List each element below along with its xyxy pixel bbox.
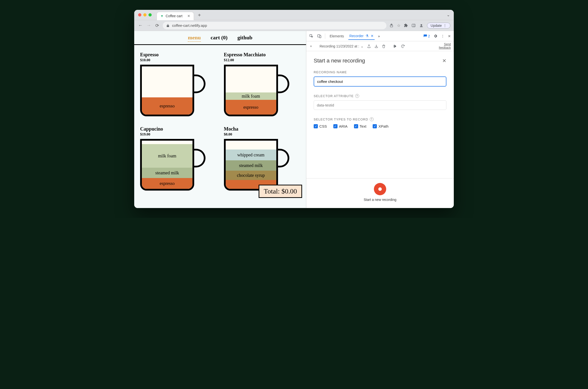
recording-name-label: RECORDING NAME	[314, 70, 446, 74]
url-text: coffee-cart.netlify.app	[172, 23, 207, 28]
total-box[interactable]: Total: $0.00	[259, 185, 302, 198]
product-name: Espresso	[140, 52, 217, 58]
selector-attribute-label: SELECTOR ATTRIBUTE ?	[314, 94, 446, 98]
start-recording-button[interactable]	[374, 183, 386, 195]
selector-attribute-input[interactable]	[314, 100, 446, 110]
send-feedback-link[interactable]: Send feedback	[439, 43, 451, 49]
issues-badge[interactable]: 2	[423, 34, 430, 38]
help-icon[interactable]: ?	[355, 94, 359, 98]
lock-icon	[166, 24, 170, 27]
tab-elements[interactable]: Elements	[329, 33, 345, 40]
kebab-icon: ⋮	[443, 24, 447, 28]
sidepanel-icon[interactable]	[411, 23, 416, 28]
panel-title: Start a new recording	[314, 58, 365, 64]
tabs-overflow-icon[interactable]: ⌄	[447, 13, 450, 17]
browser-tab[interactable]: ▼ Coffee cart ✕	[156, 12, 194, 20]
svg-rect-1	[412, 24, 415, 27]
cup-graphic: espresso	[140, 65, 204, 119]
recording-name-input[interactable]	[314, 76, 446, 87]
close-devtools-icon[interactable]: ✕	[448, 34, 451, 38]
tab-title: Coffee cart	[166, 14, 182, 18]
chevron-down-icon: ⌄	[361, 44, 364, 48]
product-price: $8.00	[224, 132, 300, 136]
cup-graphic: milk foam steamed milk espresso	[140, 139, 204, 193]
more-tabs-icon[interactable]: »	[378, 34, 380, 38]
layer-steamed-milk: steamed milk	[226, 160, 276, 171]
svg-point-4	[421, 24, 422, 26]
layer-steamed-milk: steamed milk	[142, 168, 192, 178]
profile-icon[interactable]	[419, 23, 424, 28]
product-name: Cappucino	[140, 126, 217, 132]
devtools-tabbar: Elements Recorder ⚗ ✕ » 2 ⋮ ✕	[306, 31, 454, 41]
titlebar: ▼ Coffee cart ✕ ＋ ⌄	[134, 10, 454, 20]
selector-types-label: SELECTOR TYPES TO RECORD ?	[314, 117, 446, 121]
browser-window: ▼ Coffee cart ✕ ＋ ⌄ ← → ⟳ coffee-cart.ne…	[134, 10, 454, 208]
close-tab-icon[interactable]: ✕	[187, 14, 190, 18]
start-recording-label: Start a new recording	[364, 198, 396, 202]
layer-chocolate: chocolate syrup	[226, 171, 276, 180]
layer-espresso: espresso	[142, 97, 192, 115]
bookmark-icon[interactable]: ☆	[397, 23, 401, 28]
minimize-window-button[interactable]	[143, 13, 147, 16]
layer-foam: milk foam	[226, 93, 276, 100]
webpage: menu cart (0) github Espresso $10.00 esp…	[134, 31, 306, 208]
nav-menu[interactable]: menu	[188, 34, 201, 42]
product-cappucino[interactable]: Cappucino $19.00 milk foam steamed milk …	[140, 126, 217, 193]
replay-speed-icon[interactable]	[401, 44, 405, 48]
checkbox-aria[interactable]: ✓ARIA	[333, 124, 348, 128]
checkbox-css[interactable]: ✓CSS	[314, 124, 327, 128]
layer-espresso: espresso	[142, 178, 192, 189]
new-tab-button[interactable]: ＋	[197, 12, 202, 18]
close-window-button[interactable]	[138, 13, 141, 16]
delete-icon[interactable]	[382, 44, 386, 48]
toolbar-right: ☆ Update ⋮	[389, 23, 450, 29]
checkbox-text[interactable]: ✓Text	[354, 124, 367, 128]
product-espresso[interactable]: Espresso $10.00 espresso	[140, 52, 217, 119]
tab-recorder[interactable]: Recorder ⚗ ✕	[348, 32, 374, 40]
layer-espresso: espresso	[226, 100, 276, 115]
update-button[interactable]: Update ⋮	[427, 23, 450, 29]
new-recording-panel: Start a new recording ✕ RECORDING NAME S…	[306, 51, 454, 178]
vue-favicon-icon: ▼	[160, 14, 164, 18]
recording-select[interactable]: Recording 11/23/2022 at : ⌄	[320, 44, 364, 48]
recorder-toolbar: ＋ Recording 11/23/2022 at : ⌄	[306, 41, 454, 51]
help-icon[interactable]: ?	[370, 117, 374, 121]
product-name: Mocha	[224, 126, 300, 132]
inspect-icon[interactable]	[309, 34, 314, 38]
layer-whipped-cream: whipped cream	[226, 150, 276, 160]
back-button[interactable]: ←	[138, 23, 143, 28]
kebab-icon[interactable]: ⋮	[441, 34, 444, 38]
product-mocha[interactable]: Mocha $8.00 whipped cream steamed milk c…	[224, 126, 300, 193]
forward-button[interactable]: →	[146, 23, 152, 28]
svg-rect-7	[320, 35, 321, 38]
product-macchiato[interactable]: Espresso Macchiato $12.00 milk foam espr…	[224, 52, 300, 119]
export-icon[interactable]	[367, 44, 371, 48]
product-grid: Espresso $10.00 espresso Espresso Macchi…	[134, 45, 306, 200]
toolbar: ← → ⟳ coffee-cart.netlify.app ☆ Upd	[134, 20, 454, 31]
layer-foam: milk foam	[142, 144, 192, 168]
share-icon[interactable]	[389, 23, 394, 28]
new-recording-button[interactable]: ＋	[309, 44, 313, 48]
gear-icon[interactable]	[433, 34, 437, 38]
import-icon[interactable]	[374, 44, 378, 48]
flask-icon: ⚗	[366, 34, 369, 38]
extensions-icon[interactable]	[404, 23, 408, 28]
checkbox-xpath[interactable]: ✓XPath	[373, 124, 388, 128]
window-controls	[138, 13, 152, 16]
content-area: menu cart (0) github Espresso $10.00 esp…	[134, 31, 454, 208]
product-price: $10.00	[140, 58, 217, 62]
replay-icon[interactable]	[393, 44, 397, 48]
close-panel-icon[interactable]: ✕	[442, 58, 446, 64]
close-icon[interactable]: ✕	[371, 34, 374, 38]
nav-cart[interactable]: cart (0)	[211, 34, 228, 42]
cup-graphic: milk foam espresso	[224, 65, 288, 119]
device-toggle-icon[interactable]	[317, 34, 322, 38]
product-price: $19.00	[140, 132, 217, 136]
maximize-window-button[interactable]	[149, 13, 152, 16]
address-bar[interactable]: coffee-cart.netlify.app	[163, 22, 386, 29]
reload-button[interactable]: ⟳	[154, 23, 160, 28]
product-price: $12.00	[224, 58, 300, 62]
nav-github[interactable]: github	[238, 34, 252, 42]
selector-types-group: ✓CSS ✓ARIA ✓Text ✓XPath	[314, 124, 446, 128]
site-nav: menu cart (0) github	[134, 31, 306, 45]
